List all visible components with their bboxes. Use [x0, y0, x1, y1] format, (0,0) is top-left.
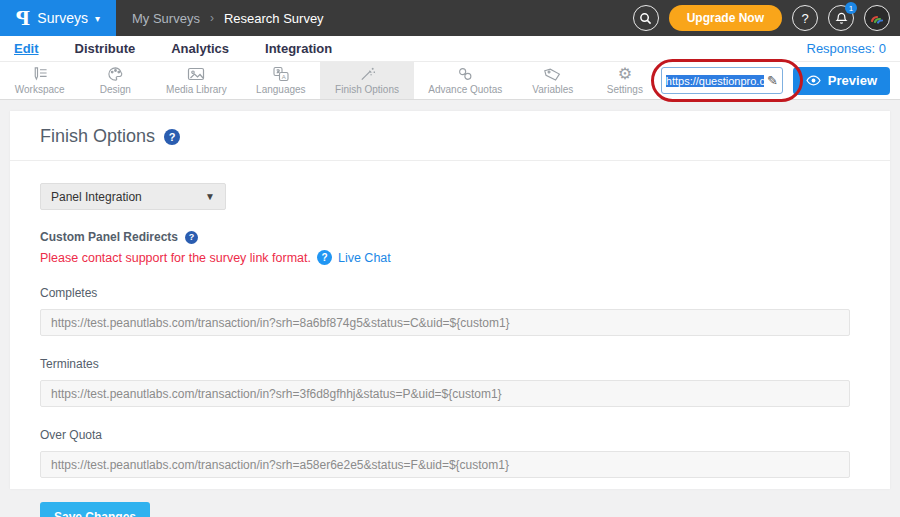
image-icon: [187, 66, 205, 82]
over-quota-url-input[interactable]: [40, 451, 850, 478]
question-mark-icon: ?: [801, 11, 808, 26]
toolbar-item-workspace[interactable]: Workspace: [0, 62, 79, 99]
top-bar: P Surveys ▾ My Surveys › Research Survey…: [0, 0, 900, 36]
tab-edit[interactable]: Edit: [14, 39, 39, 58]
toolbar-item-advance-quotas[interactable]: Advance Quotas: [414, 62, 517, 99]
dropdown-caret-icon: ▼: [205, 191, 215, 202]
toolbar-item-languages[interactable]: A Languages: [241, 62, 320, 99]
panel-integration-dropdown[interactable]: Panel Integration ▼: [40, 183, 226, 210]
help-button[interactable]: ?: [792, 5, 818, 31]
avatar-logo-icon: [869, 10, 885, 26]
chain-links-icon: [457, 66, 474, 82]
survey-url-wrap: https://questionpro.com/t/A ✎: [661, 67, 783, 94]
finish-options-help-icon[interactable]: ?: [164, 129, 180, 145]
preview-label: Preview: [828, 73, 877, 88]
custom-panel-redirects-row: Custom Panel Redirects ?: [40, 230, 860, 244]
survey-url-selected-text: https://questionpro.com/t/A: [666, 75, 764, 87]
product-switcher[interactable]: P Surveys ▾: [0, 0, 116, 36]
support-warning-row: Please contact support for the survey li…: [40, 250, 860, 265]
breadcrumb-current-survey: Research Survey: [224, 11, 324, 26]
finish-options-card: Finish Options ? Panel Integration ▼ Cus…: [10, 111, 890, 489]
translate-icon: A: [272, 66, 290, 82]
terminates-label: Terminates: [40, 357, 860, 371]
search-icon: [639, 12, 652, 25]
avatar[interactable]: [864, 5, 890, 31]
preview-button[interactable]: Preview: [793, 67, 890, 95]
toolbar-item-variables[interactable]: Variables: [517, 62, 589, 99]
panel-dropdown-value: Panel Integration: [51, 190, 142, 204]
completes-label: Completes: [40, 286, 860, 300]
edit-pencil-icon[interactable]: ✎: [767, 73, 778, 88]
breadcrumb-my-surveys[interactable]: My Surveys: [132, 11, 200, 26]
notification-count-badge: 1: [845, 2, 857, 14]
page-background: Finish Options ? Panel Integration ▼ Cus…: [0, 100, 900, 517]
menu-bar: Edit Distribute Analytics Integration Re…: [0, 36, 900, 62]
topbar-actions: Upgrade Now ? 1: [633, 5, 900, 31]
responses-count[interactable]: Responses: 0: [807, 41, 887, 56]
toolbar-item-settings[interactable]: ⚙ Settings: [589, 62, 661, 99]
toolbar-item-media-library[interactable]: Media Library: [151, 62, 241, 99]
tab-analytics[interactable]: Analytics: [171, 39, 229, 58]
save-changes-button[interactable]: Save Changes: [40, 502, 150, 517]
tab-integration[interactable]: Integration: [265, 39, 332, 58]
eye-icon: [806, 75, 821, 86]
section-help-icon[interactable]: ?: [185, 231, 198, 244]
completes-url-input[interactable]: [40, 309, 850, 336]
toolbar-right: https://questionpro.com/t/A ✎ Preview: [661, 62, 900, 99]
breadcrumb: My Surveys › Research Survey: [132, 11, 324, 26]
live-chat-link[interactable]: Live Chat: [338, 251, 391, 265]
gear-icon: ⚙: [618, 66, 632, 82]
live-chat-icon[interactable]: ?: [317, 250, 332, 265]
workspace-icon: [31, 66, 48, 82]
card-header: Finish Options ?: [10, 111, 890, 161]
magic-wand-icon: [359, 66, 376, 82]
notifications-button[interactable]: 1: [828, 5, 854, 31]
svg-text:A: A: [282, 74, 286, 80]
chevron-down-icon: ▾: [95, 13, 100, 24]
bell-icon: [835, 12, 848, 25]
section-title: Custom Panel Redirects: [40, 230, 178, 244]
palette-icon: [107, 66, 124, 82]
questionpro-logo-icon: P: [16, 9, 30, 28]
breadcrumb-separator: ›: [210, 11, 214, 25]
tag-icon: [544, 66, 561, 82]
page-title: Finish Options: [40, 126, 155, 147]
card-body: Panel Integration ▼ Custom Panel Redirec…: [10, 161, 890, 517]
search-button[interactable]: [633, 5, 659, 31]
support-warning-text: Please contact support for the survey li…: [40, 251, 311, 265]
terminates-url-input[interactable]: [40, 380, 850, 407]
upgrade-now-button[interactable]: Upgrade Now: [669, 5, 782, 31]
survey-url-input[interactable]: https://questionpro.com/t/A ✎: [661, 67, 783, 94]
over-quota-label: Over Quota: [40, 428, 860, 442]
edit-toolbar: Workspace Design Media Library A Languag…: [0, 62, 900, 100]
toolbar-item-finish-options[interactable]: Finish Options: [320, 62, 413, 99]
tab-distribute[interactable]: Distribute: [75, 39, 136, 58]
toolbar-item-design[interactable]: Design: [79, 62, 151, 99]
product-label: Surveys: [37, 10, 88, 26]
